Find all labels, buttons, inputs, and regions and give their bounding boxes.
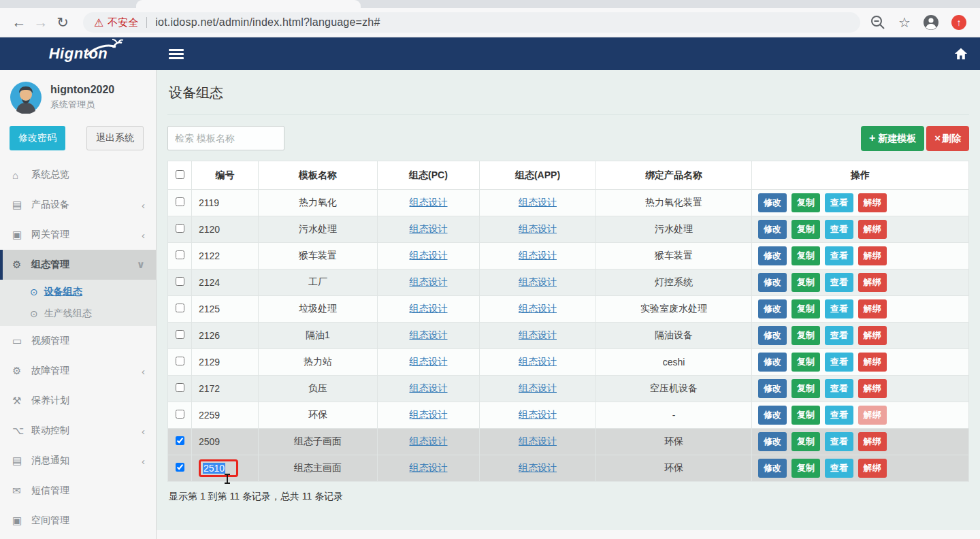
pc-design-link[interactable]: 组态设计 <box>410 250 448 261</box>
sidebar-item[interactable]: ⚙ 故障管理 ‹ <box>0 356 156 386</box>
view-button[interactable]: 查看 <box>825 406 853 425</box>
pc-design-link[interactable]: 组态设计 <box>410 356 448 367</box>
table-row[interactable]: 2122 猴车装置 组态设计 组态设计 猴车装置 修改 复制 查看 解绑 <box>168 243 969 270</box>
unbind-button[interactable]: 解绑 <box>858 220 887 239</box>
pc-design-link[interactable]: 组态设计 <box>410 409 448 420</box>
edit-button[interactable]: 修改 <box>758 220 787 239</box>
table-row[interactable]: 2119 热力氧化 组态设计 组态设计 热力氧化装置 修改 复制 查看 解绑 <box>168 190 969 216</box>
unbind-button[interactable]: 解绑 <box>858 432 887 451</box>
unbind-button[interactable]: 解绑 <box>858 193 887 212</box>
row-checkbox[interactable] <box>176 357 184 365</box>
table-row[interactable]: 2120 污水处理 组态设计 组态设计 污水处理 修改 复制 查看 解绑 <box>168 216 969 243</box>
sidebar-item[interactable]: ⚒ 保养计划 <box>0 386 156 416</box>
pc-design-link[interactable]: 组态设计 <box>410 303 448 314</box>
menu-toggle-icon[interactable] <box>169 47 184 61</box>
table-row[interactable]: 2126 隔油1 组态设计 组态设计 隔油设备 修改 复制 查看 解绑 <box>168 323 969 349</box>
pc-design-link[interactable]: 组态设计 <box>410 329 448 340</box>
home-icon[interactable] <box>954 47 968 61</box>
row-checkbox[interactable] <box>176 410 184 419</box>
table-row[interactable]: 2125 垃圾处理 组态设计 组态设计 实验室废水处理 修改 复制 查看 解绑 <box>168 296 969 323</box>
browser-tab[interactable] <box>136 0 361 8</box>
edit-button[interactable]: 修改 <box>758 379 787 398</box>
browser-back-icon[interactable]: ← <box>8 14 30 31</box>
pc-design-link[interactable]: 组态设计 <box>410 197 448 208</box>
unbind-button[interactable]: 解绑 <box>858 353 887 372</box>
table-row[interactable]: 2129 热力站 组态设计 组态设计 ceshi 修改 复制 查看 解绑 <box>168 349 969 376</box>
copy-button[interactable]: 复制 <box>791 379 820 398</box>
unbind-button[interactable]: 解绑 <box>858 273 887 292</box>
pc-design-link[interactable]: 组态设计 <box>410 462 448 473</box>
edit-button[interactable]: 修改 <box>758 246 787 265</box>
logout-button[interactable]: 退出系统 <box>86 126 144 150</box>
app-design-link[interactable]: 组态设计 <box>519 382 557 393</box>
sidebar-item[interactable]: ⌥ 联动控制 ‹ <box>0 416 156 446</box>
sidebar-item[interactable]: ▤ 产品设备 ‹ <box>0 190 156 220</box>
browser-forward-icon[interactable]: → <box>30 14 52 31</box>
view-button[interactable]: 查看 <box>825 273 853 292</box>
app-design-link[interactable]: 组态设计 <box>519 356 557 367</box>
view-button[interactable]: 查看 <box>825 432 853 451</box>
pc-design-link[interactable]: 组态设计 <box>410 223 448 234</box>
sidebar-item[interactable]: ▭ 视频管理 <box>0 326 156 356</box>
app-design-link[interactable]: 组态设计 <box>519 197 557 208</box>
view-button[interactable]: 查看 <box>825 299 853 318</box>
new-template-button[interactable]: 新建模板 <box>861 126 924 151</box>
edit-button[interactable]: 修改 <box>758 299 787 318</box>
delete-button[interactable]: 删除 <box>926 126 969 151</box>
copy-button[interactable]: 复制 <box>791 220 820 239</box>
app-design-link[interactable]: 组态设计 <box>519 223 557 234</box>
row-checkbox[interactable] <box>176 197 184 206</box>
sidebar-subitem[interactable]: ⊙设备组态 <box>0 281 156 303</box>
copy-button[interactable]: 复制 <box>791 406 820 425</box>
pc-design-link[interactable]: 组态设计 <box>410 436 448 446</box>
row-checkbox[interactable] <box>176 250 184 259</box>
app-design-link[interactable]: 组态设计 <box>519 409 557 420</box>
browser-update-icon[interactable]: ↑ <box>951 15 966 30</box>
view-button[interactable]: 查看 <box>825 246 853 265</box>
row-checkbox[interactable] <box>176 224 184 233</box>
app-design-link[interactable]: 组态设计 <box>519 462 557 473</box>
sidebar-item[interactable]: ✉ 短信管理 <box>0 476 156 506</box>
pc-design-link[interactable]: 组态设计 <box>410 382 448 393</box>
unbind-button[interactable]: 解绑 <box>858 459 887 478</box>
browser-profile-icon[interactable] <box>923 14 939 31</box>
table-row[interactable]: 2509 组态子画面 组态设计 组态设计 环保 修改 复制 查看 解绑 <box>168 429 969 455</box>
edit-button[interactable]: 修改 <box>758 273 787 292</box>
copy-button[interactable]: 复制 <box>791 353 820 372</box>
copy-button[interactable]: 复制 <box>791 246 820 265</box>
copy-button[interactable]: 复制 <box>791 432 820 451</box>
change-password-button[interactable]: 修改密码 <box>10 126 65 150</box>
table-row[interactable]: 2172 负压 组态设计 组态设计 空压机设备 修改 复制 查看 解绑 <box>168 376 969 402</box>
sidebar-item[interactable]: ▤ 消息通知 ‹ <box>0 446 156 476</box>
copy-button[interactable]: 复制 <box>791 273 820 292</box>
search-input[interactable] <box>167 126 284 150</box>
copy-button[interactable]: 复制 <box>791 326 820 345</box>
pc-design-link[interactable]: 组态设计 <box>410 276 448 287</box>
unbind-button[interactable]: 解绑 <box>858 246 887 265</box>
row-checkbox[interactable] <box>176 436 184 445</box>
app-design-link[interactable]: 组态设计 <box>519 250 557 261</box>
view-button[interactable]: 查看 <box>825 326 853 345</box>
sidebar-item[interactable]: ▣ 空间管理 <box>0 506 156 536</box>
app-design-link[interactable]: 组态设计 <box>519 329 557 340</box>
edit-button[interactable]: 修改 <box>758 326 787 345</box>
row-checkbox[interactable] <box>176 277 184 286</box>
row-checkbox[interactable] <box>176 330 184 339</box>
unbind-button[interactable]: 解绑 <box>858 406 887 425</box>
edit-button[interactable]: 修改 <box>758 353 787 372</box>
sidebar-item[interactable]: ⌂ 系统总览 <box>0 160 156 190</box>
table-row[interactable]: 2259 环保 组态设计 组态设计 - 修改 复制 查看 解绑 <box>168 402 969 429</box>
select-all-checkbox[interactable] <box>176 170 184 179</box>
unbind-button[interactable]: 解绑 <box>858 299 887 318</box>
row-checkbox[interactable] <box>176 383 184 392</box>
view-button[interactable]: 查看 <box>825 353 853 372</box>
unbind-button[interactable]: 解绑 <box>858 379 887 398</box>
sidebar-item[interactable]: ⚙ 组态管理 ∨ <box>0 250 156 280</box>
view-button[interactable]: 查看 <box>825 193 853 212</box>
view-button[interactable]: 查看 <box>825 220 853 239</box>
copy-button[interactable]: 复制 <box>791 299 820 318</box>
address-bar[interactable]: ⚠ 不安全 iot.idosp.net/admin/index.html?lan… <box>83 12 860 33</box>
sidebar-item[interactable]: ▣ 网关管理 ‹ <box>0 220 156 250</box>
bookmark-star-icon[interactable]: ☆ <box>898 14 911 31</box>
zoom-out-icon[interactable] <box>870 14 886 31</box>
